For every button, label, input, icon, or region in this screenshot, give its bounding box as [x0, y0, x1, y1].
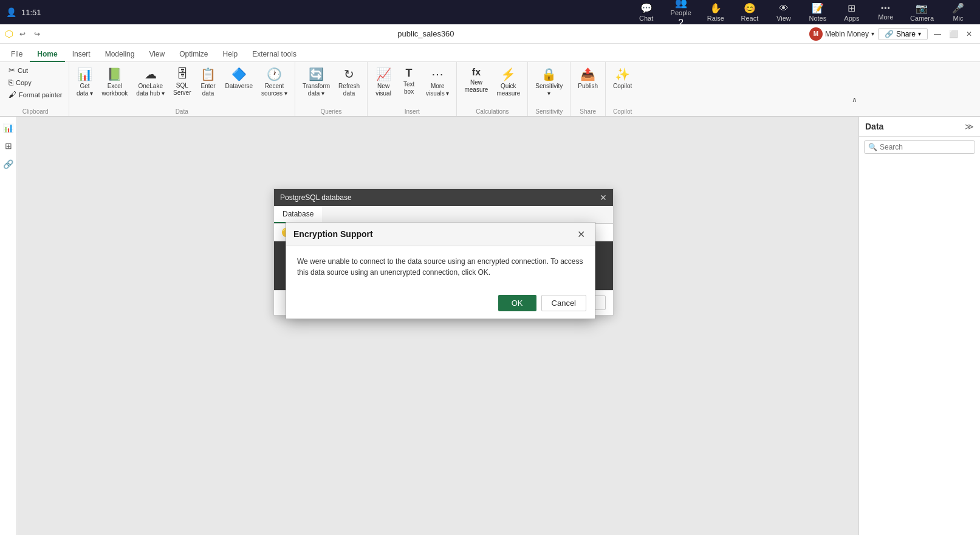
- nav-people[interactable]: 👥 People: [665, 0, 697, 18]
- collapse-ribbon-button[interactable]: ∧: [851, 94, 858, 105]
- title-bar-right: M Mebin Money ▾ 🔗 Share ▾ — ⬜ ✕: [809, 27, 975, 41]
- redo-button[interactable]: ↪: [32, 29, 43, 40]
- tab-modeling[interactable]: Modeling: [98, 47, 142, 62]
- enc-cancel-button[interactable]: Cancel: [541, 295, 586, 311]
- transform-data-button[interactable]: 🔄 Transformdata ▾: [299, 64, 334, 100]
- nav-chat-wrap: 💬 Chat: [631, 1, 662, 23]
- copy-label: Copy: [16, 79, 32, 86]
- copy-button[interactable]: ⎘ Copy: [6, 77, 65, 88]
- dataverse-button[interactable]: 🔷 Dataverse: [222, 64, 257, 92]
- sql-server-icon: 🗄: [176, 67, 188, 81]
- people-icon: 👥: [675, 0, 687, 9]
- chat-icon: 💬: [640, 2, 653, 14]
- refresh-data-button[interactable]: ↻ Refreshdata: [335, 64, 363, 100]
- close-button[interactable]: ✕: [963, 28, 975, 40]
- share-button[interactable]: 🔗 Share ▾: [878, 28, 928, 40]
- tab-file[interactable]: File: [4, 47, 30, 62]
- nav-mic-label: Mic: [953, 15, 963, 22]
- pg-dialog-tabs: Database: [274, 206, 613, 224]
- format-painter-button[interactable]: 🖌 Format painter: [6, 89, 65, 100]
- tab-optimize[interactable]: Optimize: [172, 47, 215, 62]
- text-box-button[interactable]: T Textbox: [397, 64, 421, 98]
- sensitivity-icon: 🔒: [541, 67, 557, 81]
- system-time: 11:51: [21, 8, 41, 17]
- nav-more-label: More: [878, 13, 893, 21]
- nav-view[interactable]: 👁 View: [768, 2, 800, 23]
- teams-nav: 💬 Chat 👥 People 2 ✋ Raise 😊 React: [631, 0, 974, 29]
- view-icon: 👁: [779, 3, 789, 14]
- nav-mic[interactable]: 🎤 Mic: [942, 1, 974, 23]
- tab-insert[interactable]: Insert: [65, 47, 98, 62]
- enc-ok-button[interactable]: OK: [498, 295, 536, 311]
- sensitivity-items: 🔒 Sensitivity▾: [532, 64, 566, 107]
- tab-view[interactable]: View: [142, 47, 172, 62]
- sql-server-button[interactable]: 🗄 SQLServer: [170, 64, 194, 99]
- nav-react-wrap: 😊 React: [734, 1, 766, 23]
- notes-icon: 📝: [812, 2, 824, 14]
- tab-home[interactable]: Home: [30, 47, 64, 62]
- undo-button[interactable]: ↩: [17, 29, 28, 40]
- tab-help[interactable]: Help: [216, 47, 245, 62]
- ribbon-group-sensitivity: 🔒 Sensitivity▾ Sensitivity: [528, 62, 571, 116]
- sensitivity-button[interactable]: 🔒 Sensitivity▾: [532, 64, 566, 100]
- nav-apps[interactable]: ⊞ Apps: [836, 1, 868, 23]
- encryption-support-dialog: Encryption Support ✕ We were unable to c…: [286, 222, 595, 319]
- pg-tab-database[interactable]: Database: [274, 206, 322, 223]
- onelake-button[interactable]: ☁ OneLakedata hub ▾: [132, 64, 168, 100]
- ribbon-group-calculations: fx Newmeasure ⚡ Quickmeasure Calculation…: [457, 62, 528, 116]
- ribbon-tabs: File Home Insert Modeling View Optimize …: [0, 44, 980, 62]
- people-badge: 2: [678, 18, 684, 29]
- nav-chat[interactable]: 💬 Chat: [631, 1, 662, 23]
- nav-react[interactable]: 😊 React: [734, 1, 766, 23]
- search-input[interactable]: [880, 143, 971, 151]
- pg-dialog-close-button[interactable]: ✕: [600, 193, 607, 202]
- nav-raise-wrap: ✋ Raise: [700, 1, 732, 23]
- more-icon: •••: [881, 4, 891, 13]
- publish-icon: 📤: [580, 67, 595, 81]
- ribbon-group-clipboard: ✂ Cut ⎘ Copy 🖌 Format painter Clipboard: [2, 62, 69, 116]
- nav-camera[interactable]: 📷 Camera: [904, 1, 940, 23]
- ribbon-group-data: 📊 Getdata ▾ 📗 Excelworkbook ☁ OneLakedat…: [69, 62, 295, 116]
- sidebar-report-view[interactable]: 📊: [0, 119, 17, 136]
- new-measure-icon: fx: [472, 67, 481, 78]
- nav-people-label: People: [671, 9, 691, 16]
- queries-items: 🔄 Transformdata ▾ ↻ Refreshdata: [299, 64, 363, 107]
- nav-notes[interactable]: 📝 Notes: [802, 1, 834, 23]
- new-measure-button[interactable]: fx Newmeasure: [461, 64, 492, 96]
- enc-dialog-close-button[interactable]: ✕: [574, 227, 588, 241]
- nav-more-wrap: ••• More: [870, 3, 902, 22]
- cut-button[interactable]: ✂ Cut: [6, 64, 65, 76]
- quick-measure-button[interactable]: ⚡ Quickmeasure: [493, 64, 524, 100]
- quick-measure-label: Quickmeasure: [496, 83, 520, 97]
- nav-people-wrap: 👥 People 2: [665, 0, 697, 29]
- excel-workbook-button[interactable]: 📗 Excelworkbook: [98, 64, 132, 100]
- sidebar-model-view[interactable]: 🔗: [0, 156, 17, 173]
- tab-external-tools[interactable]: External tools: [245, 47, 304, 62]
- get-data-button[interactable]: 📊 Getdata ▾: [73, 64, 97, 100]
- publish-label: Publish: [578, 83, 598, 90]
- maximize-button[interactable]: ⬜: [947, 28, 959, 40]
- copilot-button[interactable]: ✨ Copilot: [609, 64, 636, 92]
- enter-data-button[interactable]: 📋 Enterdata: [196, 64, 221, 100]
- copilot-group-label: Copilot: [609, 107, 636, 115]
- text-box-icon: T: [406, 67, 413, 80]
- publish-button[interactable]: 📤 Publish: [574, 64, 601, 92]
- nav-more[interactable]: ••• More: [870, 3, 902, 22]
- enc-dialog-footer: OK Cancel: [286, 290, 595, 319]
- new-visual-button[interactable]: 📈 Newvisual: [371, 64, 396, 100]
- recent-sources-label: Recentsources ▾: [261, 83, 287, 97]
- expand-panel-button[interactable]: ≫: [965, 122, 974, 131]
- right-panel-header: Data ≫: [859, 117, 980, 137]
- minimize-button[interactable]: —: [931, 28, 944, 40]
- copy-icon: ⎘: [9, 78, 13, 87]
- clipboard-btn-group: ✂ Cut ⎘ Copy 🖌 Format painter: [6, 64, 65, 100]
- nav-apps-wrap: ⊞ Apps: [836, 1, 868, 23]
- nav-raise[interactable]: ✋ Raise: [700, 1, 732, 23]
- more-visuals-button[interactable]: ⋯ Morevisuals ▾: [422, 64, 453, 100]
- user-dropdown-icon: ▾: [871, 30, 874, 37]
- sidebar-data-view[interactable]: ⊞: [0, 137, 17, 154]
- text-box-label: Textbox: [403, 81, 414, 95]
- react-icon: 😊: [744, 2, 756, 14]
- recent-sources-button[interactable]: 🕐 Recentsources ▾: [258, 64, 291, 100]
- mic-icon: 🎤: [952, 2, 964, 14]
